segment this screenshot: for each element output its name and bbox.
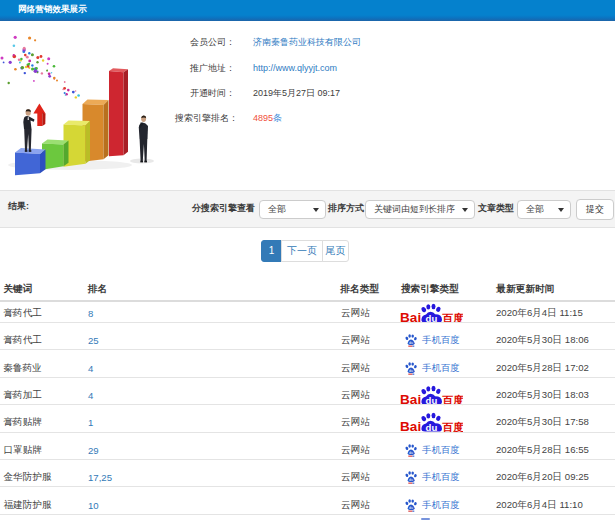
svg-text:du: du xyxy=(409,505,413,509)
svg-text:百度: 百度 xyxy=(442,422,463,433)
svg-text:du: du xyxy=(409,341,413,345)
svg-text:Bai: Bai xyxy=(400,392,421,405)
svg-text:du: du xyxy=(409,451,413,455)
svg-text:Bai: Bai xyxy=(400,310,421,323)
svg-text:Bai: Bai xyxy=(400,420,421,433)
svg-text:du: du xyxy=(409,478,413,482)
svg-text:百度: 百度 xyxy=(442,312,463,323)
svg-text:du: du xyxy=(409,368,413,372)
svg-text:百度: 百度 xyxy=(442,394,463,405)
